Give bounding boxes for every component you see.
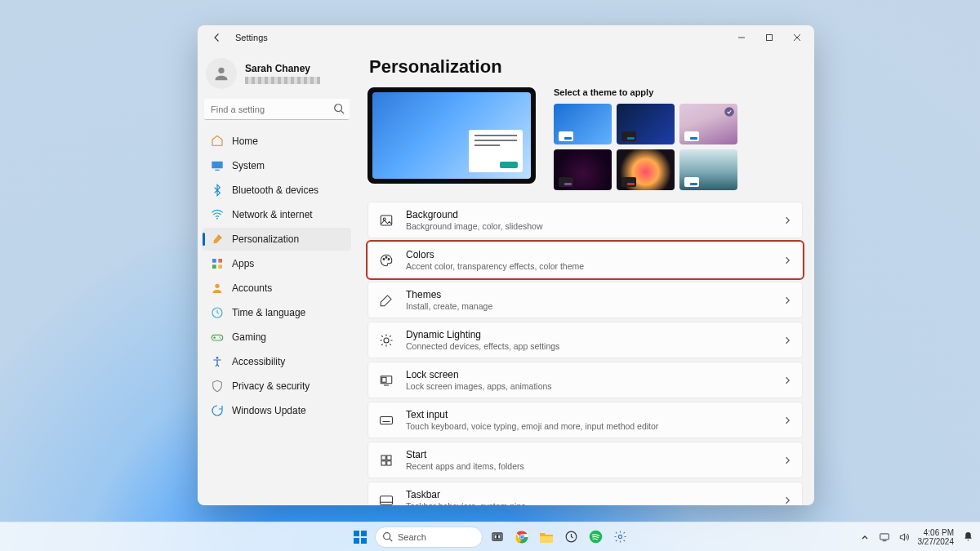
nav-item-personalization[interactable]: Personalization <box>203 228 351 251</box>
image-icon <box>378 212 394 229</box>
home-icon <box>211 135 224 148</box>
system-icon <box>211 159 224 172</box>
svg-point-18 <box>724 107 734 117</box>
taskbar: Search 4:06 PM 3/27/2024 <box>0 522 980 551</box>
file-explorer-icon[interactable] <box>537 527 556 547</box>
start-button[interactable] <box>350 527 370 547</box>
svg-rect-31 <box>387 460 391 464</box>
user-icon <box>211 282 224 295</box>
nav-item-privacy-security[interactable]: Privacy & security <box>203 375 351 398</box>
taskbar-clock[interactable]: 4:06 PM 3/27/2024 <box>918 528 955 546</box>
card-text-input[interactable]: Text input Touch keyboard, voice typing,… <box>368 402 803 438</box>
card-title: Taskbar <box>406 489 525 500</box>
chevron-right-icon <box>782 256 792 265</box>
svg-rect-32 <box>381 495 393 504</box>
task-view-icon[interactable] <box>488 527 507 547</box>
card-title: Colors <box>406 249 584 260</box>
notifications-icon[interactable] <box>962 531 973 543</box>
nav-item-apps[interactable]: Apps <box>203 252 351 275</box>
keyboard-icon <box>378 412 394 429</box>
svg-point-46 <box>520 535 523 539</box>
back-button[interactable] <box>207 28 227 47</box>
nav-item-network-internet[interactable]: Network & internet <box>203 203 351 226</box>
chevron-right-icon <box>782 375 792 385</box>
svg-rect-35 <box>361 531 367 536</box>
nav-item-accessibility[interactable]: Accessibility <box>203 350 351 373</box>
card-title: Themes <box>406 289 492 300</box>
minimize-button[interactable] <box>728 28 755 47</box>
light-icon <box>378 332 394 349</box>
card-subtitle: Taskbar behaviors, system pins <box>406 501 525 505</box>
svg-point-23 <box>388 258 390 260</box>
card-subtitle: Install, create, manage <box>406 301 492 311</box>
settings-icon[interactable] <box>610 527 630 547</box>
nav-item-label: Windows Update <box>232 405 306 416</box>
taskbar-search[interactable]: Search <box>375 527 483 548</box>
svg-rect-5 <box>212 162 222 169</box>
nav-item-label: Privacy & security <box>232 380 310 392</box>
svg-point-7 <box>216 218 218 220</box>
chevron-right-icon <box>782 415 792 425</box>
card-subtitle: Recent apps and items, folders <box>406 461 524 471</box>
nav-item-system[interactable]: System <box>203 154 351 177</box>
title-bar: Settings <box>198 25 814 50</box>
chevron-right-icon <box>782 216 792 225</box>
svg-rect-28 <box>381 455 385 460</box>
user-box[interactable]: Sarah Chaney <box>203 53 351 99</box>
avatar <box>206 58 237 89</box>
nav-item-home[interactable]: Home <box>203 130 351 153</box>
card-background[interactable]: Background Background image, color, slid… <box>368 202 803 238</box>
svg-line-4 <box>341 111 345 114</box>
theme-thumb-1[interactable] <box>617 104 675 144</box>
maximize-button[interactable] <box>755 28 783 47</box>
svg-point-22 <box>385 256 387 258</box>
tray-overflow-icon[interactable] <box>859 531 871 543</box>
nav-item-time-language[interactable]: Time & language <box>203 301 351 324</box>
svg-point-21 <box>383 258 385 260</box>
card-title: Background <box>406 209 543 220</box>
themes-section: Select a theme to apply <box>554 87 803 190</box>
nav-item-label: Gaming <box>232 331 266 343</box>
volume-icon[interactable] <box>898 531 910 543</box>
clock-app-icon[interactable] <box>561 527 581 547</box>
svg-rect-29 <box>387 455 391 460</box>
nav-item-label: Bluetooth & devices <box>232 184 318 196</box>
theme-thumb-3[interactable] <box>554 149 612 190</box>
card-colors[interactable]: Colors Accent color, transparency effect… <box>368 242 803 278</box>
svg-point-12 <box>215 284 219 288</box>
svg-rect-9 <box>218 259 222 263</box>
nav-item-bluetooth-devices[interactable]: Bluetooth & devices <box>203 179 351 202</box>
chrome-icon[interactable] <box>512 527 532 547</box>
preview-mock-window <box>469 130 523 172</box>
theme-thumb-2[interactable] <box>679 104 737 144</box>
nav-item-label: System <box>232 160 265 171</box>
card-taskbar[interactable]: Taskbar Taskbar behaviors, system pins <box>368 482 803 505</box>
taskbar-date: 3/27/2024 <box>918 537 955 546</box>
nav-item-label: Network & internet <box>232 209 313 220</box>
nav-item-gaming[interactable]: Gaming <box>203 326 351 349</box>
theme-thumb-0[interactable] <box>554 104 612 144</box>
bt-icon <box>211 184 224 197</box>
close-button[interactable] <box>783 28 811 47</box>
svg-rect-34 <box>354 531 359 536</box>
game-icon <box>211 331 224 344</box>
spotify-icon[interactable] <box>586 527 605 547</box>
nav-item-accounts[interactable]: Accounts <box>203 277 351 300</box>
brush-icon <box>211 233 224 246</box>
card-themes[interactable]: Themes Install, create, manage <box>368 282 803 318</box>
sidebar: Sarah Chaney HomeSystemBluetooth & devic… <box>198 50 356 505</box>
nav-item-label: Accounts <box>232 282 272 294</box>
onedrive-icon[interactable] <box>879 531 890 543</box>
card-dynamic-lighting[interactable]: Dynamic Lighting Connected devices, effe… <box>368 322 803 358</box>
apps-icon <box>211 257 224 270</box>
card-start[interactable]: Start Recent apps and items, folders <box>368 442 803 478</box>
search-box[interactable] <box>204 99 350 120</box>
theme-thumb-5[interactable] <box>679 149 737 190</box>
search-input[interactable] <box>204 99 350 120</box>
card-lock-screen[interactable]: Lock screen Lock screen images, apps, an… <box>368 362 803 398</box>
card-title: Text input <box>406 409 658 420</box>
chevron-right-icon <box>782 335 792 345</box>
theme-thumb-4[interactable] <box>617 149 675 190</box>
settings-window: Settings Sarah Chaney HomeSystemBlu <box>198 25 814 505</box>
nav-item-windows-update[interactable]: Windows Update <box>203 399 351 422</box>
